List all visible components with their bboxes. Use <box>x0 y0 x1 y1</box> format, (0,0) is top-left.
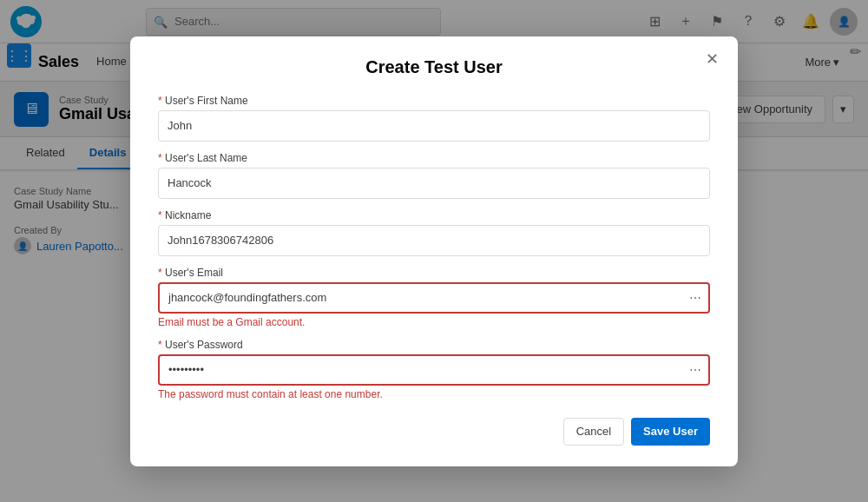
last-name-input[interactable] <box>158 168 710 199</box>
modal-dialog: ✕ Create Test User * User's First Name *… <box>130 36 738 466</box>
first-name-field: * User's First Name <box>158 95 710 142</box>
nickname-field: * Nickname <box>158 209 710 256</box>
first-name-label: * User's First Name <box>158 95 710 107</box>
email-error-msg: Email must be a Gmail account. <box>158 316 710 328</box>
last-name-label: * User's Last Name <box>158 152 710 164</box>
required-star: * <box>158 209 165 221</box>
password-field: * User's Password ⋯ The password must co… <box>158 339 710 400</box>
password-input-wrapper: ⋯ <box>158 354 710 386</box>
password-icon[interactable]: ⋯ <box>689 363 701 377</box>
modal-close-button[interactable]: ✕ <box>700 47 724 71</box>
modal-title: Create Test User <box>158 57 710 77</box>
required-star: * <box>158 339 165 351</box>
email-input-wrapper: ⋯ <box>158 282 710 314</box>
email-field: * User's Email ⋯ Email must be a Gmail a… <box>158 267 710 328</box>
password-error-msg: The password must contain at least one n… <box>158 388 710 400</box>
modal-overlay: ✕ Create Test User * User's First Name *… <box>0 0 868 502</box>
email-label: * User's Email <box>158 267 710 279</box>
password-input[interactable] <box>158 354 710 386</box>
required-star: * <box>158 267 165 279</box>
first-name-input[interactable] <box>158 110 710 142</box>
nickname-label: * Nickname <box>158 209 710 221</box>
last-name-field: * User's Last Name <box>158 152 710 199</box>
email-icon[interactable]: ⋯ <box>689 291 701 305</box>
cancel-button[interactable]: Cancel <box>563 418 624 446</box>
password-label: * User's Password <box>158 339 710 351</box>
required-star: * <box>158 95 165 107</box>
nickname-input[interactable] <box>158 225 710 256</box>
modal-footer: Cancel Save User <box>158 418 710 446</box>
save-user-button[interactable]: Save User <box>631 418 710 446</box>
email-input[interactable] <box>158 282 710 314</box>
required-star: * <box>158 152 165 164</box>
